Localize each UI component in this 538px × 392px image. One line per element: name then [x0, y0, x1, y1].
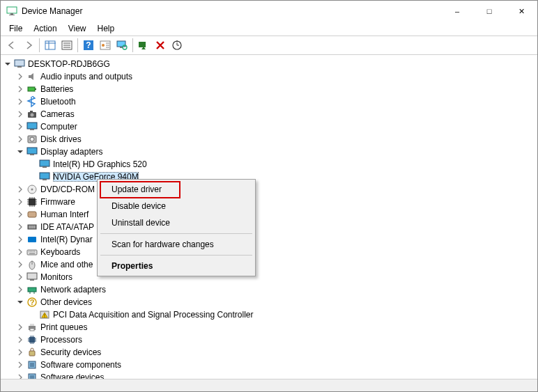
tree-node[interactable]: Cameras — [1, 108, 537, 120]
expander-closed-icon[interactable] — [16, 373, 24, 379]
context-menu-item[interactable]: Scan for hardware changes — [99, 236, 254, 253]
tree-node[interactable]: Network adapters — [1, 283, 537, 296]
tree-node[interactable]: Intel(R) Dynar — [1, 233, 537, 246]
expander-open-icon[interactable] — [16, 148, 24, 156]
svg-rect-38 — [29, 198, 36, 205]
expander-closed-icon[interactable] — [16, 361, 24, 369]
menu-action[interactable]: Action — [28, 22, 62, 35]
action-button[interactable] — [98, 38, 113, 53]
scan-hardware-button[interactable] — [136, 38, 151, 53]
scan-monitor-button[interactable] — [114, 38, 130, 53]
tree-node[interactable]: DVD/CD-ROM — [1, 183, 537, 196]
svg-rect-17 — [139, 42, 146, 47]
tree-node-label: Mice and othe — [40, 260, 93, 269]
tree-node-label: Keyboards — [40, 247, 80, 257]
tree-node[interactable]: Mice and othe — [1, 258, 537, 271]
svg-rect-1 — [10, 13, 13, 15]
tree-node[interactable]: Intel(R) HD Graphics 520 — [1, 158, 537, 171]
toolbar-separator — [39, 38, 40, 52]
properties-pane-button[interactable] — [59, 38, 75, 53]
expander-closed-icon[interactable] — [16, 72, 24, 81]
forward-button[interactable] — [21, 38, 36, 53]
tree-node[interactable]: DESKTOP-RDJB6GG — [1, 58, 537, 70]
show-hide-tree-button[interactable] — [43, 38, 58, 53]
tree-node[interactable]: IDE ATA/ATAP — [1, 221, 537, 233]
tree-node[interactable]: Keyboards — [1, 246, 537, 258]
tree-node[interactable]: Security devices — [1, 346, 537, 359]
cd-icon — [26, 184, 38, 195]
help-button[interactable]: ? — [81, 38, 96, 53]
security-icon — [26, 347, 38, 358]
tree-node-label: Intel(R) Dynar — [40, 235, 93, 244]
update-button[interactable] — [169, 38, 185, 53]
context-menu-item[interactable]: Uninstall device — [99, 214, 254, 231]
expander-closed-icon[interactable] — [16, 210, 24, 219]
close-button[interactable]: ✕ — [505, 1, 537, 22]
mouse-icon — [26, 259, 38, 270]
expander-open-icon[interactable] — [3, 60, 12, 68]
keyboard-icon — [26, 246, 38, 258]
menu-view[interactable]: View — [63, 22, 92, 35]
expander-closed-icon[interactable] — [16, 248, 24, 256]
expander-closed-icon[interactable] — [16, 97, 24, 106]
svg-rect-26 — [27, 123, 37, 129]
expander-closed-icon[interactable] — [16, 110, 24, 118]
tree-node[interactable]: !PCI Data Acquisition and Signal Process… — [1, 308, 537, 321]
tree-node[interactable]: Monitors — [1, 271, 537, 283]
tree-node[interactable]: Firmware — [1, 196, 537, 208]
monitor-icon — [39, 159, 50, 170]
tree-node[interactable]: Software components — [1, 359, 537, 371]
tree-node[interactable]: Bluetooth — [1, 95, 537, 108]
expander-closed-icon[interactable] — [16, 223, 24, 231]
tree-node[interactable]: Batteries — [1, 83, 537, 95]
expander-open-icon[interactable] — [16, 298, 24, 306]
tree-node[interactable]: Processors — [1, 334, 537, 346]
expander-closed-icon[interactable] — [16, 285, 24, 294]
back-button[interactable] — [4, 38, 20, 53]
expander-closed-icon[interactable] — [16, 260, 24, 269]
svg-text:?: ? — [30, 298, 35, 306]
expander-closed-icon[interactable] — [16, 336, 24, 344]
maximize-button[interactable]: □ — [473, 1, 505, 22]
svg-point-37 — [31, 189, 33, 191]
tree-node[interactable]: Display adapters — [1, 146, 537, 158]
tree-node-label: Software devices — [40, 373, 104, 379]
tree-node-label: Intel(R) HD Graphics 520 — [53, 159, 147, 169]
svg-point-29 — [30, 137, 34, 141]
delete-button[interactable] — [153, 38, 168, 53]
monitor-icon — [39, 171, 50, 182]
tree-node[interactable]: ?Other devices — [1, 296, 537, 308]
expander-closed-icon[interactable] — [16, 135, 24, 143]
svg-rect-47 — [28, 288, 36, 292]
minimize-button[interactable]: – — [441, 1, 473, 22]
tree-node[interactable]: Audio inputs and outputs — [1, 70, 537, 83]
chip-icon — [26, 196, 38, 207]
tree-node-label: Batteries — [40, 84, 73, 94]
context-menu-item[interactable]: Properties — [99, 258, 254, 274]
tree-node[interactable]: NVIDIA GeForce 940M — [1, 171, 537, 183]
tree-node[interactable]: Software devices — [1, 371, 537, 379]
svg-rect-20 — [17, 66, 22, 68]
expander-closed-icon[interactable] — [16, 323, 24, 331]
expander-closed-icon[interactable] — [16, 348, 24, 356]
tree-node[interactable]: Computer — [1, 120, 537, 133]
expander-closed-icon[interactable] — [16, 235, 24, 244]
svg-text:?: ? — [86, 40, 91, 50]
expander-closed-icon[interactable] — [16, 273, 24, 281]
context-menu-item[interactable]: Disable device — [99, 198, 254, 214]
statusbar — [1, 379, 537, 391]
tree-node[interactable]: Disk drives — [1, 133, 537, 146]
tree-node-label: Other devices — [40, 297, 92, 307]
context-menu-item[interactable]: Update driver — [99, 181, 254, 198]
expander-closed-icon[interactable] — [16, 85, 24, 93]
expander-closed-icon[interactable] — [16, 123, 24, 131]
svg-rect-2 — [9, 15, 15, 15]
tree-node[interactable]: Print queues — [1, 321, 537, 334]
menu-file[interactable]: File — [3, 22, 28, 35]
expander-closed-icon[interactable] — [16, 198, 24, 206]
menu-help[interactable]: Help — [92, 22, 121, 35]
expander-closed-icon[interactable] — [16, 185, 24, 194]
device-tree[interactable]: DESKTOP-RDJB6GGAudio inputs and outputsB… — [1, 56, 537, 379]
tree-node[interactable]: Human Interf — [1, 208, 537, 221]
tree-node-label: Print queues — [40, 322, 87, 332]
